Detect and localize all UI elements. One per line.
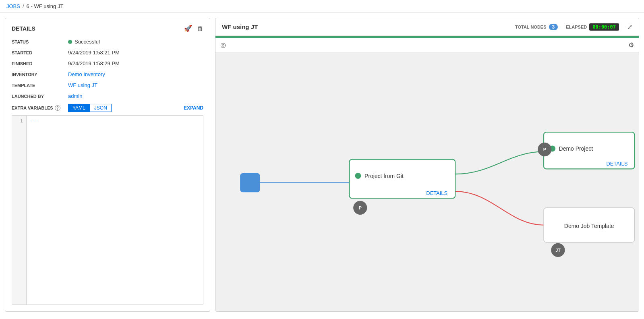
wf-title: WF using JT <box>222 23 258 30</box>
wf-header: WF using JT TOTAL NODES 3 ELAPSED 00:00:… <box>215 18 639 36</box>
p-badge-right-label: P <box>543 147 546 152</box>
canvas-toolbar: ◎ ⚙ <box>215 38 639 52</box>
started-row: STARTED 9/24/2019 1:58:21 PM <box>12 50 203 56</box>
status-label: STATUS <box>12 39 68 44</box>
code-area: 1 --- <box>12 115 203 305</box>
finished-value: 9/24/2019 1:58:29 PM <box>68 60 203 66</box>
start-node[interactable] <box>240 173 260 192</box>
demo-project-label: Demo Project <box>559 145 593 152</box>
finished-label: FINISHED <box>12 60 68 66</box>
settings-icon[interactable]: ⚙ <box>628 41 634 49</box>
breadcrumb: JOBS / 6 - WF using JT <box>0 0 644 13</box>
help-icon[interactable]: ? <box>55 105 60 111</box>
status-text: Successful <box>75 39 100 45</box>
launch-icon[interactable]: 🚀 <box>184 25 192 32</box>
status-dot <box>68 40 72 44</box>
started-label: STARTED <box>12 50 68 55</box>
inventory-value[interactable]: Demo Inventory <box>68 71 203 77</box>
template-label: TEMPLATE <box>12 82 68 88</box>
right-panel: WF using JT TOTAL NODES 3 ELAPSED 00:00:… <box>215 18 639 312</box>
line-project-to-demo-job <box>455 191 544 225</box>
extra-vars-row: EXTRA VARIABLES ? YAML JSON EXPAND <box>12 104 203 112</box>
launched-by-value[interactable]: admin <box>68 93 203 99</box>
launched-by-label: LAUNCHED BY <box>12 93 68 99</box>
status-row: STATUS Successful <box>12 39 203 45</box>
wf-canvas[interactable]: Project from Git DETAILS P Demo Project … <box>215 52 639 311</box>
panel-actions: 🚀 🗑 <box>184 25 203 32</box>
project-from-git-details-link[interactable]: DETAILS <box>426 190 447 196</box>
workflow-diagram: Project from Git DETAILS P Demo Project … <box>215 52 639 311</box>
finished-row: FINISHED 9/24/2019 1:58:29 PM <box>12 60 203 66</box>
template-value[interactable]: WF using JT <box>68 82 203 88</box>
fullscreen-icon[interactable]: ⤢ <box>627 23 632 31</box>
started-value: 9/24/2019 1:58:21 PM <box>68 50 203 56</box>
main-layout: DETAILS 🚀 🗑 STATUS Successful STARTED 9/… <box>0 13 644 317</box>
panel-header: DETAILS 🚀 🗑 <box>12 25 203 32</box>
wf-meta: TOTAL NODES 3 ELAPSED 00:00:07 ⤢ <box>515 23 632 31</box>
total-nodes-item: TOTAL NODES 3 <box>515 24 558 30</box>
breadcrumb-jobs-link[interactable]: JOBS <box>6 3 20 9</box>
template-row: TEMPLATE WF using JT <box>12 82 203 88</box>
delete-icon[interactable]: 🗑 <box>197 25 203 32</box>
line-project-to-demo-project <box>455 151 544 174</box>
project-from-git-status-dot <box>355 173 361 179</box>
extra-vars-label: EXTRA VARIABLES ? <box>12 105 68 111</box>
json-button[interactable]: JSON <box>90 104 112 112</box>
demo-project-details-link[interactable]: DETAILS <box>607 161 628 167</box>
expand-button[interactable]: EXPAND <box>184 105 203 111</box>
jt-badge-label: JT <box>555 248 561 253</box>
elapsed-value: 00:00:07 <box>589 23 619 31</box>
p-badge-left-label: P <box>359 205 362 210</box>
breadcrumb-separator: / <box>23 3 24 9</box>
elapsed-item: ELAPSED 00:00:07 <box>566 23 619 31</box>
inventory-label: INVENTORY <box>12 71 68 77</box>
demo-job-template-label: Demo Job Template <box>564 223 614 229</box>
code-content[interactable]: --- <box>27 116 203 304</box>
zoom-icon[interactable]: ◎ <box>220 41 226 49</box>
format-buttons: YAML JSON <box>68 104 112 112</box>
yaml-button[interactable]: YAML <box>68 104 90 112</box>
status-value: Successful <box>68 39 203 45</box>
elapsed-label: ELAPSED <box>566 25 587 29</box>
total-nodes-label: TOTAL NODES <box>515 25 547 29</box>
project-from-git-label: Project from Git <box>364 173 404 179</box>
panel-title: DETAILS <box>12 25 35 32</box>
left-panel: DETAILS 🚀 🗑 STATUS Successful STARTED 9/… <box>5 18 210 312</box>
inventory-row: INVENTORY Demo Inventory <box>12 71 203 77</box>
breadcrumb-current: 6 - WF using JT <box>27 3 64 9</box>
launched-by-row: LAUNCHED BY admin <box>12 93 203 99</box>
total-nodes-badge: 3 <box>549 24 558 30</box>
code-line-numbers: 1 <box>12 116 27 304</box>
